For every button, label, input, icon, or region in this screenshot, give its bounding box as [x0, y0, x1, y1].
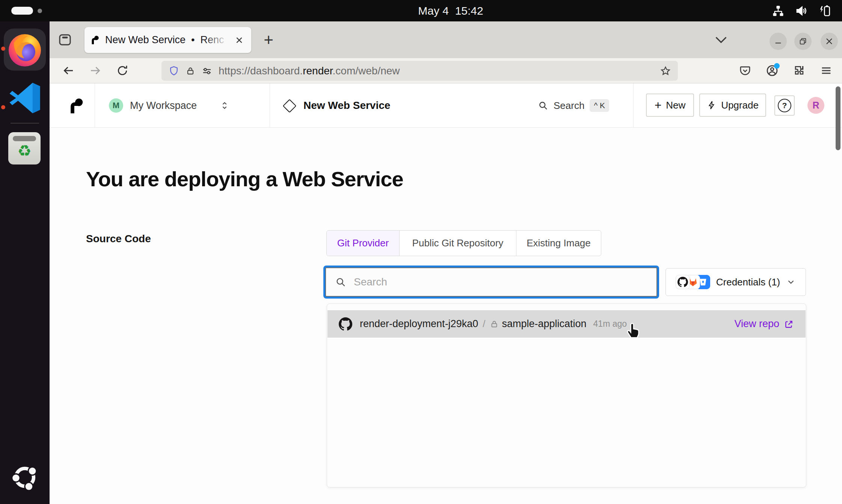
new-button-label: New — [666, 100, 685, 111]
back-button[interactable] — [60, 62, 77, 79]
navigation-toolbar: https://dashboard.render.com/web/new — [50, 58, 842, 83]
account-notification-dot — [774, 63, 780, 69]
repo-name: sample-application — [502, 318, 586, 330]
url-bar[interactable]: https://dashboard.render.com/web/new — [161, 61, 678, 81]
forward-button[interactable] — [87, 62, 104, 79]
repo-search-input[interactable] — [353, 276, 647, 288]
desktop: May 4 15:42 — [0, 0, 842, 504]
tab-git-provider[interactable]: Git Provider — [327, 231, 399, 256]
tab-public-git-repository[interactable]: Public Git Repository — [399, 231, 516, 256]
app-header: M My Workspace New Web Service Search ^ … — [50, 83, 842, 128]
dock-item-trash[interactable]: ♻ — [8, 132, 41, 164]
vscode-running-dot — [1, 105, 5, 109]
reload-icon — [116, 64, 129, 77]
pocket-icon — [739, 64, 751, 77]
question-mark-icon: ? — [778, 99, 791, 112]
workspace-avatar: M — [109, 98, 123, 113]
render-logo[interactable] — [68, 97, 85, 115]
dock-item-app-grid[interactable] — [9, 462, 41, 493]
repo-search-field[interactable] — [325, 267, 657, 297]
system-clock[interactable]: May 4 15:42 — [418, 5, 483, 17]
private-lock-icon — [490, 320, 499, 329]
dock-item-firefox[interactable] — [4, 29, 46, 71]
tab-title: New Web Service • Renc — [105, 34, 228, 46]
credentials-label: Credentials (1) — [716, 276, 780, 288]
workspace-indicator-dot[interactable] — [38, 9, 42, 13]
header-divider — [270, 83, 270, 127]
credential-provider-icons — [676, 275, 710, 289]
dock-divider — [11, 123, 39, 124]
breadcrumb-page-title: New Web Service — [303, 83, 390, 128]
new-button[interactable]: + New — [646, 94, 694, 117]
reload-button[interactable] — [114, 62, 131, 79]
volume-icon — [795, 4, 808, 18]
network-icon — [771, 4, 785, 18]
trash-icon: ♻ — [17, 143, 32, 159]
extensions-puzzle-icon — [793, 64, 806, 77]
extensions-button[interactable] — [791, 62, 807, 79]
header-divider — [95, 83, 95, 127]
pocket-button[interactable] — [737, 62, 753, 79]
tab-bar: New Web Service • Renc + — [50, 21, 842, 58]
page-content: M My Workspace New Web Service Search ^ … — [50, 83, 842, 504]
trash-lid — [13, 136, 36, 141]
url-domain: render — [303, 65, 332, 77]
external-link-icon[interactable] — [784, 319, 794, 329]
lightning-bolt-icon — [707, 100, 717, 110]
scrollbar-thumb[interactable] — [836, 86, 840, 150]
source-type-tabs: Git Provider Public Git Repository Exist… — [326, 230, 601, 256]
repository-row[interactable]: render-deployment-j29ka0 / sample-applic… — [327, 310, 806, 338]
forward-icon — [89, 64, 102, 77]
tracking-protection-shield-icon[interactable] — [168, 65, 180, 77]
close-icon — [825, 37, 834, 46]
repo-owner: render-deployment-j29ka0 — [360, 318, 478, 330]
vscode-icon — [8, 81, 42, 115]
credentials-dropdown[interactable]: Credentials (1) — [665, 268, 806, 296]
menu-button[interactable] — [818, 62, 834, 79]
search-label: Search — [554, 100, 584, 112]
battery-charging-icon — [818, 4, 831, 18]
account-button[interactable] — [764, 62, 780, 79]
help-button[interactable]: ? — [774, 95, 795, 116]
browser-window: New Web Service • Renc + — [50, 21, 842, 504]
bookmark-star-icon[interactable] — [660, 65, 671, 77]
user-avatar[interactable]: R — [807, 97, 824, 114]
github-tile — [676, 275, 690, 289]
repo-separator: / — [483, 318, 485, 330]
workspace-chevron-updown-icon[interactable] — [219, 100, 230, 111]
repository-list-panel: render-deployment-j29ka0 / sample-applic… — [327, 303, 806, 487]
permissions-toggles-icon[interactable] — [201, 65, 213, 77]
tab-existing-image[interactable]: Existing Image — [516, 231, 601, 256]
system-tray[interactable] — [771, 0, 831, 21]
new-tab-button[interactable]: + — [260, 31, 277, 48]
workspace-indicator-pill[interactable] — [11, 7, 33, 15]
lock-icon[interactable] — [186, 66, 195, 76]
github-icon — [339, 317, 352, 331]
upgrade-button[interactable]: Upgrade — [699, 94, 766, 117]
window-restore-button[interactable] — [794, 33, 812, 50]
search-icon — [538, 100, 548, 111]
window-minimize-button[interactable] — [770, 33, 787, 50]
firefox-icon — [6, 31, 44, 68]
restore-icon — [799, 37, 807, 45]
firefox-view-icon[interactable] — [57, 32, 73, 48]
dock: ♻ — [0, 21, 50, 504]
window-close-button[interactable] — [821, 33, 838, 50]
github-icon — [678, 277, 688, 287]
url-prefix: https://dashboard. — [219, 65, 303, 77]
firefox-running-dot — [1, 47, 5, 51]
url-text[interactable]: https://dashboard.render.com/web/new — [219, 65, 654, 77]
browser-tab[interactable]: New Web Service • Renc — [85, 27, 251, 53]
dock-item-vscode[interactable] — [8, 81, 42, 115]
list-all-tabs-icon[interactable] — [714, 34, 729, 45]
render-favicon — [91, 35, 100, 45]
repo-updated-time: 41m ago — [593, 319, 627, 329]
view-repo-link[interactable]: View repo — [734, 318, 779, 330]
workspace-selector[interactable]: My Workspace — [130, 83, 197, 128]
search-shortcut-badge: ^ K — [590, 99, 609, 112]
tab-close-icon[interactable] — [233, 34, 245, 46]
upgrade-button-label: Upgrade — [721, 100, 759, 111]
system-top-bar: May 4 15:42 — [0, 0, 842, 21]
global-search-button[interactable]: Search ^ K — [538, 83, 609, 128]
hamburger-menu-icon — [820, 64, 833, 77]
